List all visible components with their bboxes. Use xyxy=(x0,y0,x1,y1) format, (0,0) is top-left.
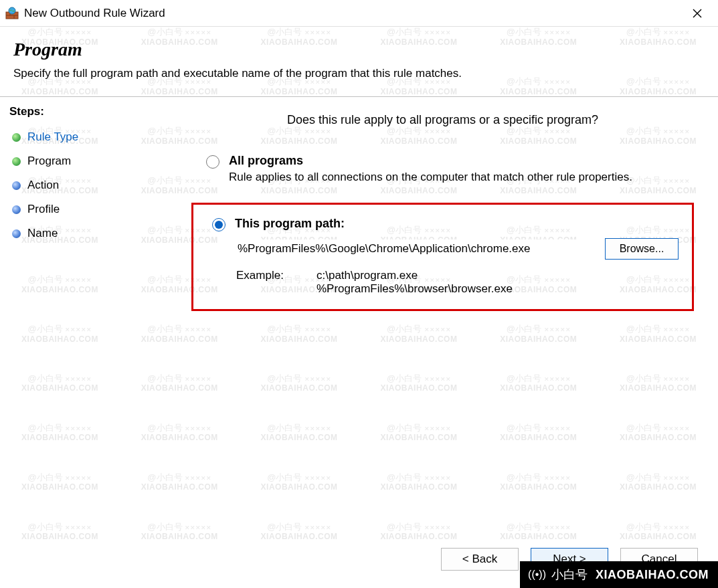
close-icon xyxy=(693,9,702,18)
option-all-desc: Rule applies to all connections on the c… xyxy=(229,171,632,184)
option-path-title: This program path: xyxy=(235,217,345,231)
example-label: Example: xyxy=(236,269,290,296)
example-line-1: c:\path\program.exe xyxy=(317,269,513,282)
step-label: Rule Type xyxy=(27,130,78,144)
window-title: New Outbound Rule Wizard xyxy=(24,7,682,20)
program-path-input[interactable] xyxy=(236,239,593,258)
wizard-header: Program Specify the full program path an… xyxy=(0,27,718,87)
back-button[interactable]: < Back xyxy=(441,548,519,571)
step-label: Name xyxy=(27,227,58,240)
bullet-icon xyxy=(12,181,21,190)
titlebar: New Outbound Rule Wizard xyxy=(0,0,718,27)
example-line-2: %ProgramFiles%\browser\browser.exe xyxy=(317,282,513,296)
badge-cn: 小白号 xyxy=(551,567,588,583)
step-label: Program xyxy=(27,155,71,168)
close-button[interactable] xyxy=(682,3,713,24)
firewall-icon xyxy=(5,7,19,20)
page-heading: Program xyxy=(13,39,705,60)
bullet-icon xyxy=(12,133,21,142)
main-panel: Does this rule apply to all programs or … xyxy=(167,97,718,584)
steps-sidebar: Steps: Rule Type Program Action Profile … xyxy=(0,97,167,584)
option-program-path-box: This program path: Browse... Example: c:… xyxy=(191,203,694,311)
badge-en: XIAOBAIHAO.COM xyxy=(596,568,709,582)
step-label: Profile xyxy=(27,203,60,216)
step-label: Action xyxy=(27,179,59,192)
step-rule-type[interactable]: Rule Type xyxy=(9,125,158,149)
steps-label: Steps: xyxy=(9,105,158,118)
radio-program-path[interactable] xyxy=(212,218,226,231)
option-all-programs[interactable]: All programs Rule applies to all connect… xyxy=(206,154,698,184)
radio-all-programs[interactable] xyxy=(206,155,219,169)
source-badge: ((•)) 小白号 XIAOBAIHAO.COM xyxy=(520,561,718,588)
wizard-question: Does this rule apply to all programs or … xyxy=(187,113,698,127)
option-all-title: All programs xyxy=(229,154,632,168)
page-subtitle: Specify the full program path and execut… xyxy=(13,67,705,80)
bullet-icon xyxy=(12,205,21,214)
step-profile[interactable]: Profile xyxy=(9,197,158,221)
step-name[interactable]: Name xyxy=(9,221,158,246)
bullet-icon xyxy=(12,229,21,238)
example-values: c:\path\program.exe %ProgramFiles%\brows… xyxy=(317,269,513,296)
step-action[interactable]: Action xyxy=(9,173,158,197)
browse-button[interactable]: Browse... xyxy=(605,238,679,260)
broadcast-icon: ((•)) xyxy=(528,569,546,581)
bullet-icon xyxy=(12,157,21,166)
option-program-path[interactable]: This program path: xyxy=(212,217,679,231)
step-program[interactable]: Program xyxy=(9,149,158,173)
